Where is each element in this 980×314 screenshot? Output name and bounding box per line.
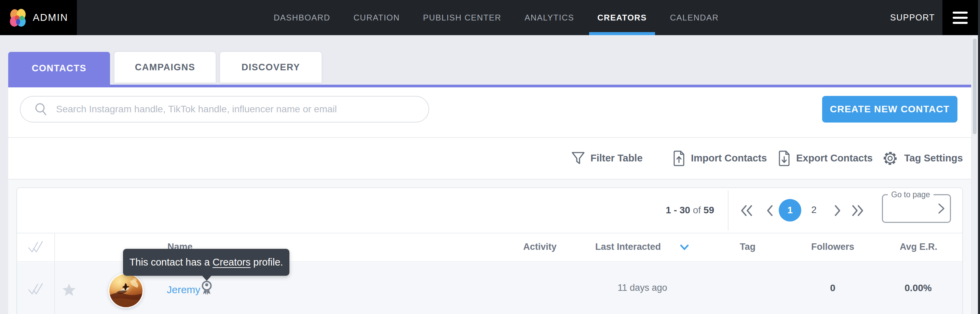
- row-select-checkmark[interactable]: [27, 282, 44, 298]
- export-contacts-button[interactable]: Export Contacts: [778, 138, 873, 179]
- avatar[interactable]: [108, 273, 143, 308]
- pagination-range: 1 - 30: [666, 205, 690, 216]
- search-input[interactable]: [56, 104, 418, 115]
- scrollbar-thumb[interactable]: [973, 38, 977, 134]
- export-icon: [778, 150, 791, 167]
- creators-contacts-page: ADMIN DASHBOARD CURATION PUBLISH CENTER …: [0, 0, 980, 314]
- creators-profile-badge-icon[interactable]: [200, 280, 213, 296]
- filter-icon: [571, 151, 585, 165]
- cell-avg-er: 0.00%: [905, 282, 931, 293]
- window-edge: [978, 0, 980, 314]
- primary-nav: DASHBOARD CURATION PUBLISH CENTER ANALYT…: [272, 0, 721, 35]
- active-tab-underline: [8, 85, 971, 87]
- nav-item-calendar[interactable]: CALENDAR: [668, 0, 721, 35]
- sort-chevron-down-icon[interactable]: [679, 244, 690, 251]
- import-icon: [673, 150, 686, 167]
- chevron-left-icon: [765, 205, 775, 217]
- top-nav: ADMIN DASHBOARD CURATION PUBLISH CENTER …: [0, 0, 980, 35]
- brand-logo-icon: [9, 9, 27, 27]
- chevron-right-icon: [833, 205, 842, 217]
- goto-page-box: Go to page: [882, 194, 951, 223]
- import-contacts-button[interactable]: Import Contacts: [673, 138, 767, 179]
- column-divider: [54, 233, 55, 314]
- goto-page-submit-icon[interactable]: [937, 203, 946, 214]
- last-page-button[interactable]: [850, 205, 864, 217]
- header-avg-er: Avg E.R.: [900, 242, 937, 252]
- tag-settings-button[interactable]: Tag Settings: [881, 138, 963, 179]
- divider: [728, 190, 729, 231]
- nav-item-creators[interactable]: CREATORS: [595, 0, 649, 35]
- nav-item-publish-center[interactable]: PUBLISH CENTER: [421, 0, 503, 35]
- nav-item-analytics[interactable]: ANALYTICS: [522, 0, 576, 35]
- create-new-contact-button[interactable]: CREATE NEW CONTACT: [822, 96, 958, 122]
- select-all-checkmark[interactable]: [27, 240, 44, 255]
- tab-discovery[interactable]: DISCOVERY: [220, 52, 321, 82]
- favorite-star-button[interactable]: [62, 283, 76, 298]
- prev-page-button[interactable]: [762, 205, 777, 217]
- brand-label: ADMIN: [33, 12, 68, 23]
- header-tag: Tag: [740, 242, 756, 252]
- support-link[interactable]: SUPPORT: [890, 0, 935, 35]
- star-icon: [62, 283, 76, 297]
- double-check-icon: [27, 282, 44, 297]
- creators-profile-tooltip: This contact has a Creators profile.: [123, 249, 290, 276]
- tooltip-caret: [202, 275, 212, 281]
- gear-icon: [881, 150, 899, 167]
- contact-name-link[interactable]: Jeremy: [167, 284, 200, 296]
- next-page-button[interactable]: [830, 205, 845, 217]
- cell-followers: 0: [830, 282, 835, 293]
- hamburger-menu-button[interactable]: [942, 0, 978, 35]
- chevrons-first-icon: [740, 205, 755, 217]
- tab-campaigns[interactable]: CAMPAIGNS: [115, 52, 216, 82]
- page-1-button[interactable]: 1: [779, 199, 801, 222]
- search-icon: [33, 102, 49, 117]
- search-box: [20, 96, 429, 122]
- header-activity: Activity: [523, 242, 557, 252]
- hamburger-icon: [953, 12, 968, 14]
- chevrons-last-icon: [850, 205, 864, 217]
- header-last-interacted[interactable]: Last Interacted: [595, 242, 661, 252]
- filter-table-button[interactable]: Filter Table: [571, 138, 643, 179]
- double-check-icon: [27, 240, 44, 255]
- tab-contacts[interactable]: CONTACTS: [8, 52, 110, 85]
- page-2-button[interactable]: 2: [807, 205, 821, 216]
- cell-last-interacted: 11 days ago: [617, 282, 667, 293]
- scrollbar-track[interactable]: [972, 35, 978, 314]
- pagination-counts: 1 - 30 of 59: [581, 205, 714, 216]
- header-followers: Followers: [811, 242, 854, 252]
- pagination-total: 59: [703, 205, 714, 216]
- creators-link[interactable]: Creators: [213, 257, 250, 268]
- first-page-button[interactable]: [740, 205, 755, 217]
- brand-home[interactable]: ADMIN: [0, 0, 77, 35]
- nav-item-dashboard[interactable]: DASHBOARD: [272, 0, 332, 35]
- nav-item-curation[interactable]: CURATION: [352, 0, 402, 35]
- goto-page-input[interactable]: [886, 197, 931, 219]
